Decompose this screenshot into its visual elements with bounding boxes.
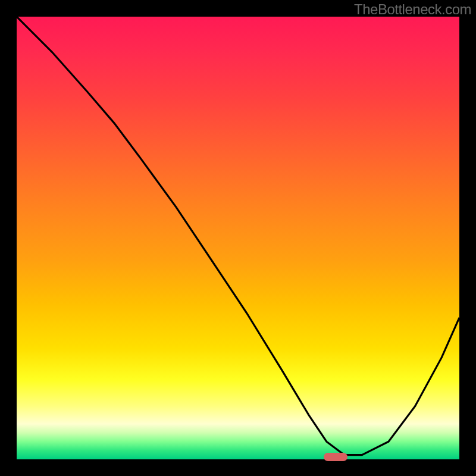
chart-plot-area [17, 17, 459, 459]
chart-marker [324, 453, 347, 461]
watermark-text: TheBottleneck.com [354, 1, 471, 18]
